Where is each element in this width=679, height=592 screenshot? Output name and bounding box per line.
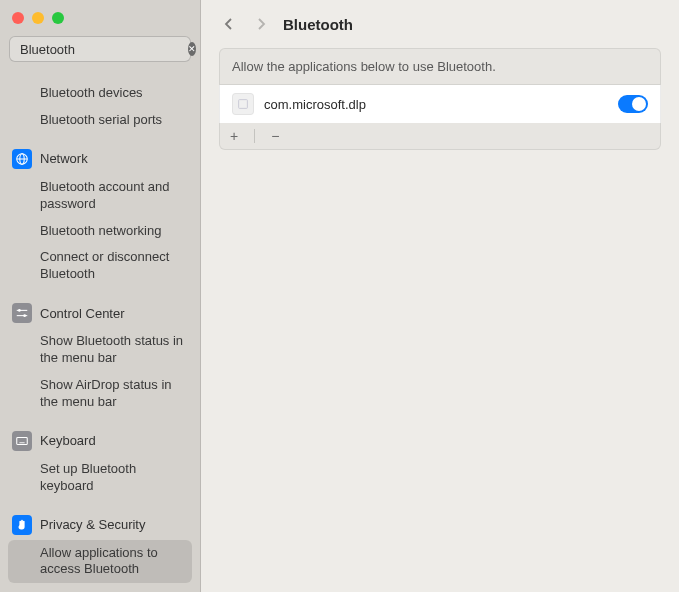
sidebar-header-control-center[interactable]: Control Center: [0, 298, 200, 328]
sidebar: ✕ Bluetooth devicesBluetooth serial port…: [0, 0, 201, 592]
sidebar-header-label: Control Center: [40, 306, 125, 321]
sidebar-item-label: Bluetooth serial ports: [40, 112, 162, 129]
sidebar-item[interactable]: Show AirDrop status in the menu bar: [0, 372, 200, 416]
app-row[interactable]: com.microsoft.dlp: [220, 85, 660, 123]
clear-search-button[interactable]: ✕: [188, 42, 196, 56]
sidebar-item-label: Show Bluetooth status in the menu bar: [40, 333, 190, 367]
sidebar-nav: Bluetooth devicesBluetooth serial portsN…: [0, 70, 200, 592]
sidebar-item[interactable]: Bluetooth account and password: [0, 174, 200, 218]
page-title: Bluetooth: [283, 16, 353, 33]
sidebar-item[interactable]: Bluetooth devices: [0, 80, 200, 107]
minimize-window-button[interactable]: [32, 12, 44, 24]
sidebar-item[interactable]: Connect or disconnect Bluetooth: [0, 244, 200, 288]
sidebar-header-label: Keyboard: [40, 433, 96, 448]
globe-icon: [12, 149, 32, 169]
sliders-icon: [12, 303, 32, 323]
sidebar-item-label: Set up Bluetooth keyboard: [40, 461, 190, 495]
sidebar-item[interactable]: Bluetooth serial ports: [0, 107, 200, 134]
sidebar-item[interactable]: Set up Bluetooth keyboard: [0, 456, 200, 500]
app-toggle[interactable]: [618, 95, 648, 113]
sidebar-header-privacy-security[interactable]: Privacy & Security: [0, 510, 200, 540]
svg-rect-13: [239, 100, 248, 109]
sidebar-header-label: Network: [40, 151, 88, 166]
remove-app-button[interactable]: −: [269, 127, 281, 145]
maximize-window-button[interactable]: [52, 12, 64, 24]
keyboard-icon: [12, 431, 32, 451]
sidebar-item-label: Bluetooth account and password: [40, 179, 190, 213]
main-header: Bluetooth: [201, 0, 679, 44]
app-icon: [232, 93, 254, 115]
sidebar-item-label: Connect or disconnect Bluetooth: [40, 249, 190, 283]
sidebar-item-label: Bluetooth devices: [40, 85, 143, 102]
sidebar-header-network[interactable]: Network: [0, 144, 200, 174]
sidebar-header-label: Privacy & Security: [40, 517, 145, 532]
add-app-button[interactable]: +: [228, 127, 240, 145]
info-text: Allow the applications below to use Blue…: [219, 48, 661, 85]
app-name-label: com.microsoft.dlp: [264, 97, 608, 112]
search-input[interactable]: [20, 42, 188, 57]
sidebar-item[interactable]: Bluetooth networking: [0, 218, 200, 245]
svg-rect-9: [17, 437, 28, 444]
close-window-button[interactable]: [12, 12, 24, 24]
sidebar-item[interactable]: Show Bluetooth status in the menu bar: [0, 328, 200, 372]
forward-button[interactable]: [251, 14, 271, 34]
sidebar-item[interactable]: Allow applications to access Bluetooth: [8, 540, 192, 584]
hand-icon: [12, 515, 32, 535]
sidebar-item-label: Show AirDrop status in the menu bar: [40, 377, 190, 411]
app-list: com.microsoft.dlp: [219, 85, 661, 123]
footer-divider: [254, 129, 255, 143]
traffic-lights: [0, 0, 200, 32]
sidebar-header-keyboard[interactable]: Keyboard: [0, 426, 200, 456]
main-pane: Bluetooth Allow the applications below t…: [201, 0, 679, 592]
back-button[interactable]: [219, 14, 239, 34]
settings-window: ✕ Bluetooth devicesBluetooth serial port…: [0, 0, 679, 592]
sidebar-item-label: Bluetooth networking: [40, 223, 161, 240]
sidebar-item-label: Allow applications to access Bluetooth: [40, 545, 182, 579]
list-footer: + −: [219, 123, 661, 150]
search-field[interactable]: ✕: [9, 36, 191, 62]
